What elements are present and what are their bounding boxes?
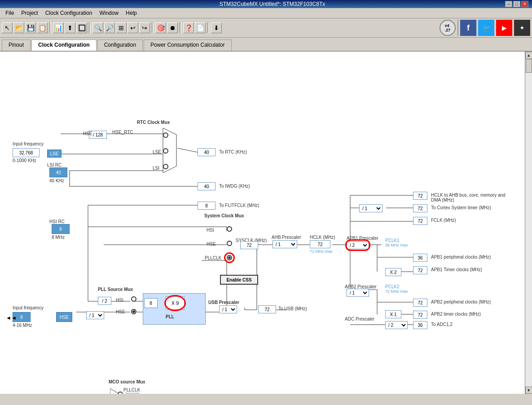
apb2-prescaler-select[interactable]: / 1 [347,289,369,297]
lsi-rc-title: LSI RC [47,163,62,167]
toolbar-chip[interactable]: 🔲 [76,22,87,33]
cortex-div1-select[interactable]: / 1 [359,204,383,212]
apb1-x2-box: X 2 [385,268,401,276]
close-button[interactable]: ✕ [521,1,528,7]
ahb-prescaler-label: AHB Prescaler [272,235,301,240]
enable-css-button[interactable]: Enable CSS [220,275,258,285]
hclk-ahb-val[interactable]: 72 [413,192,427,200]
pclk2-max-label: 72 MHz max [385,289,408,294]
tab-power-calc[interactable]: Power Consumption Calculator [144,40,231,51]
lsi-rc-unit: 40 KHz [49,178,64,183]
toolbar-open[interactable]: 📂 [13,22,24,33]
cortex-timer-val[interactable]: 72 [413,204,427,212]
scroll-down-arrow[interactable]: ▼ [525,387,532,394]
sep5 [207,22,209,33]
adc-val-box[interactable]: 36 [413,321,427,329]
hse-box: HSE [56,312,72,322]
toolbar-docs[interactable]: 📄 [195,22,206,33]
apb1-periph-val[interactable]: 36 [413,254,427,262]
hclk-mhz-label: HCLK (MHz) [310,235,335,240]
toolbar-cursor[interactable]: ↖ [2,22,13,33]
hsi-rc-title: HSI RC [49,219,65,224]
to-rtc-box[interactable]: 40 [198,148,215,156]
toolbar-help[interactable]: ❓ [183,22,194,33]
pll-src-radio-hse[interactable] [131,309,136,314]
usb-prescaler-select[interactable]: / 1 [219,305,237,313]
pll-box-val: 8 [144,298,158,308]
toolbar-save2[interactable]: 📋 [37,22,48,33]
hse-div128-label: HSE [83,131,92,136]
rtc-mux-radio-lse[interactable] [163,148,168,154]
hse-div1-select[interactable]: / 1 [86,311,104,319]
tab-pinout[interactable]: Pinout [2,40,31,51]
vertical-scrollbar[interactable]: ▲ ▼ [525,52,532,394]
apb2-timer-label: APB2 timer clocks (MHz) [431,312,481,317]
apb2-timer-val[interactable]: 72 [413,311,427,319]
restore-button[interactable]: □ [513,1,520,7]
toolbar-zoom-out[interactable]: 🔎 [104,22,115,33]
fclk-val[interactable]: 72 [413,217,427,225]
apb1-timer-label: APB1 Timer clocks (MHz) [431,267,482,272]
tab-bar: Pinout Clock Configuration Configuration… [0,38,532,52]
toolbar-download[interactable]: ⬇ [211,22,222,33]
menu-window[interactable]: Window [96,9,122,17]
sys-mux-radio-hsi[interactable] [227,226,232,232]
adc-prescaler-select[interactable]: / 2 [385,321,408,329]
toolbar-save[interactable]: 💾 [25,22,36,33]
menu-help[interactable]: Help [122,9,141,17]
pll-src-radio-hsi[interactable] [131,296,136,302]
apb2-periph-val[interactable]: 72 [413,299,427,307]
rtc-mux-radio-lsi[interactable] [163,164,168,169]
scroll-up-arrow[interactable]: ▲ [525,52,532,59]
toolbar-zoom-fit[interactable]: ⊞ [116,22,127,33]
apb1-timer-val[interactable]: 72 [413,266,427,274]
toolbar: ↖ 📂 💾 📋 📊 ⬆ 🔲 🔍 🔎 ⊞ ↩ ↪ 🎯 ⏺ ❓ 📄 ⬇ v4.27 … [0,18,532,38]
pll-text-label: PLL [166,314,174,319]
hsi-rc-unit: 8 MHz [52,235,65,240]
menu-project[interactable]: Project [18,9,41,17]
svg-line-5 [177,148,198,152]
sys-clock-mux-label: System Clock Mux [204,213,244,218]
sys-mux-radio-hse[interactable] [227,241,232,246]
fclk-label: FCLK (MHz) [431,218,456,223]
to-flitf-box[interactable]: 8 [198,202,215,210]
sysclk-val-box[interactable]: 72 [240,241,258,249]
apb1-prescaler-red-ring [345,239,370,251]
menu-clock-config[interactable]: Clock Configuration [42,9,96,17]
toolbar-undo[interactable]: ↩ [128,22,138,33]
hclk-val-box[interactable]: 72 [310,240,330,248]
hse-sys-label: HSE [207,242,216,247]
ahb-prescaler-select[interactable]: / 1 [273,240,297,248]
toolbar-target[interactable]: 🎯 [155,22,166,33]
usb-val-box[interactable]: 72 [258,305,276,313]
hsi-rc-box: 8 [52,224,70,234]
pll-box: 8 X 9 PLL [143,293,206,325]
toolbar-redo[interactable]: ↪ [139,22,150,33]
hse-range-label: 4-16 MHz [13,323,32,328]
youtube-icon[interactable]: ▶ [496,20,512,36]
minimize-button[interactable]: ─ [505,1,512,7]
menu-file[interactable]: File [2,9,18,17]
twitter-icon[interactable]: 🐦 [478,20,494,36]
sep2 [89,22,91,33]
lse-freq-box[interactable]: 32.768 [13,148,40,157]
rtc-mux-radio-hse[interactable] [163,132,168,138]
cortex-timer-label: To Cortex System timer (MHz) [431,205,491,210]
apb2-periph-label: APB2 peripheral clocks (MHz) [431,299,491,304]
pllclk-label: PLLCLK [205,255,221,260]
facebook-icon[interactable]: f [460,20,476,36]
toolbar-chart[interactable]: 📊 [53,22,64,33]
star-icon[interactable]: ✦ [514,20,530,36]
toolbar-record[interactable]: ⏺ [167,22,178,33]
scroll-track[interactable] [525,59,532,387]
mco-radio-pllclk[interactable] [118,392,123,394]
tab-configuration[interactable]: Configuration [97,40,143,51]
tab-clock-config[interactable]: Clock Configuration [31,40,97,51]
window-controls[interactable]: ─ □ ✕ [505,1,528,7]
toolbar-up[interactable]: ⬆ [65,22,75,33]
sep3 [152,22,154,33]
to-iwdg-box[interactable]: 40 [198,182,215,190]
toolbar-zoom-in[interactable]: 🔍 [92,22,103,33]
scroll-thumb[interactable] [526,59,532,73]
hse-input-freq-label: Input frequency [13,305,44,310]
